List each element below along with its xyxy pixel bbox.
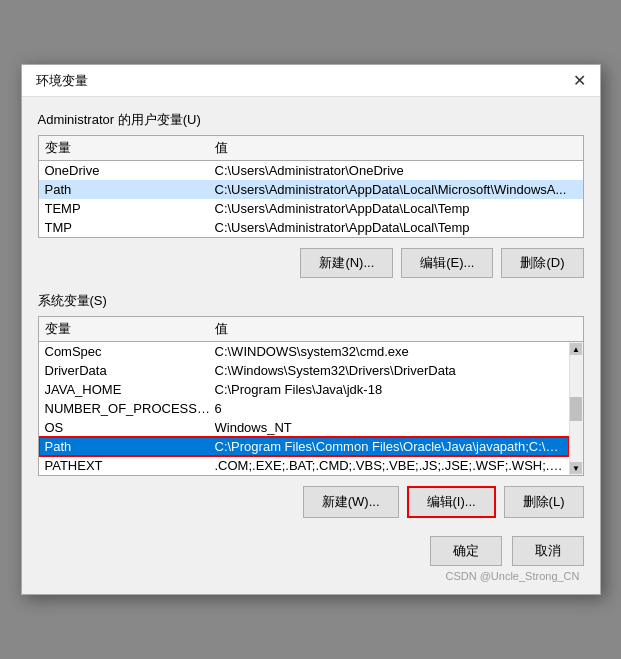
table-row[interactable]: JAVA_HOME C:\Program Files\Java\jdk-18	[39, 380, 569, 399]
row-val: C:\Program Files\Java\jdk-18	[215, 382, 563, 397]
watermark: CSDN @Uncle_Strong_CN	[38, 570, 584, 582]
row-var: PATHEXT	[45, 458, 215, 473]
row-var: DriverData	[45, 363, 215, 378]
user-variables-table: 变量 值 OneDrive C:\Users\Administrator\One…	[38, 135, 584, 238]
row-val: C:\WINDOWS\system32\cmd.exe	[215, 344, 563, 359]
row-var: NUMBER_OF_PROCESSORS	[45, 401, 215, 416]
environment-variables-dialog: 环境变量 ✕ Administrator 的用户变量(U) 变量 值 OneDr…	[21, 64, 601, 595]
table-row[interactable]: Path C:\Users\Administrator\AppData\Loca…	[39, 180, 583, 199]
user-edit-button[interactable]: 编辑(E)...	[401, 248, 493, 278]
row-val: C:\Users\Administrator\AppData\Local\Mic…	[215, 182, 577, 197]
sys-header-var: 变量	[45, 320, 215, 338]
row-var: OS	[45, 420, 215, 435]
row-val: Windows_NT	[215, 420, 563, 435]
row-val: C:\Users\Administrator\AppData\Local\Tem…	[215, 220, 577, 235]
scroll-up-button[interactable]: ▲	[570, 343, 582, 355]
sys-new-button[interactable]: 新建(W)...	[303, 486, 399, 518]
row-var: JAVA_HOME	[45, 382, 215, 397]
user-header-var: 变量	[45, 139, 215, 157]
table-row[interactable]: OneDrive C:\Users\Administrator\OneDrive	[39, 161, 583, 180]
user-table-body: OneDrive C:\Users\Administrator\OneDrive…	[39, 161, 583, 237]
row-val: C:\Users\Administrator\OneDrive	[215, 163, 577, 178]
row-val: .COM;.EXE;.BAT;.CMD;.VBS;.VBE;.JS;.JSE;.…	[215, 458, 563, 473]
table-row[interactable]: PATHEXT .COM;.EXE;.BAT;.CMD;.VBS;.VBE;.J…	[39, 456, 569, 475]
title-bar: 环境变量 ✕	[22, 65, 600, 97]
sys-delete-button[interactable]: 删除(L)	[504, 486, 584, 518]
table-row[interactable]: NUMBER_OF_PROCESSORS 6	[39, 399, 569, 418]
row-val: C:\Program Files\Common Files\Oracle\Jav…	[215, 439, 563, 454]
cancel-button[interactable]: 取消	[512, 536, 584, 566]
sys-path-row[interactable]: Path C:\Program Files\Common Files\Oracl…	[39, 437, 569, 456]
system-section-title: 系统变量(S)	[38, 292, 584, 310]
user-section-title: Administrator 的用户变量(U)	[38, 111, 584, 129]
scroll-thumb[interactable]	[570, 397, 582, 421]
row-val: C:\Users\Administrator\AppData\Local\Tem…	[215, 201, 577, 216]
dialog-body: Administrator 的用户变量(U) 变量 值 OneDrive C:\…	[22, 97, 600, 594]
user-delete-button[interactable]: 删除(D)	[501, 248, 583, 278]
row-var: ComSpec	[45, 344, 215, 359]
close-button[interactable]: ✕	[568, 69, 592, 93]
table-row[interactable]: ComSpec C:\WINDOWS\system32\cmd.exe	[39, 342, 569, 361]
ok-button[interactable]: 确定	[430, 536, 502, 566]
scroll-down-button[interactable]: ▼	[570, 462, 582, 474]
table-row[interactable]: TEMP C:\Users\Administrator\AppData\Loca…	[39, 199, 583, 218]
row-var: OneDrive	[45, 163, 215, 178]
sys-edit-button[interactable]: 编辑(I)...	[407, 486, 496, 518]
row-var: Path	[45, 182, 215, 197]
sys-header-val: 值	[215, 320, 563, 338]
table-row[interactable]: DriverData C:\Windows\System32\Drivers\D…	[39, 361, 569, 380]
user-table-header: 变量 值	[39, 136, 583, 161]
dialog-title: 环境变量	[36, 72, 88, 90]
sys-button-row: 新建(W)... 编辑(I)... 删除(L)	[38, 486, 584, 518]
row-var: TEMP	[45, 201, 215, 216]
user-new-button[interactable]: 新建(N)...	[300, 248, 393, 278]
scrollbar[interactable]: ▲ ▼	[569, 342, 583, 475]
row-var: TMP	[45, 220, 215, 235]
row-val: 6	[215, 401, 563, 416]
table-row[interactable]: TMP C:\Users\Administrator\AppData\Local…	[39, 218, 583, 237]
footer-button-row: 确定 取消	[38, 532, 584, 566]
user-header-val: 值	[215, 139, 577, 157]
sys-table-with-scroll: ComSpec C:\WINDOWS\system32\cmd.exe Driv…	[39, 342, 583, 475]
row-val: C:\Windows\System32\Drivers\DriverData	[215, 363, 563, 378]
row-var: Path	[45, 439, 215, 454]
user-button-row: 新建(N)... 编辑(E)... 删除(D)	[38, 248, 584, 278]
sys-table-body: ComSpec C:\WINDOWS\system32\cmd.exe Driv…	[39, 342, 569, 475]
table-row[interactable]: OS Windows_NT	[39, 418, 569, 437]
system-variables-table: 变量 值 ComSpec C:\WINDOWS\system32\cmd.exe…	[38, 316, 584, 476]
sys-table-header: 变量 值	[39, 317, 583, 342]
